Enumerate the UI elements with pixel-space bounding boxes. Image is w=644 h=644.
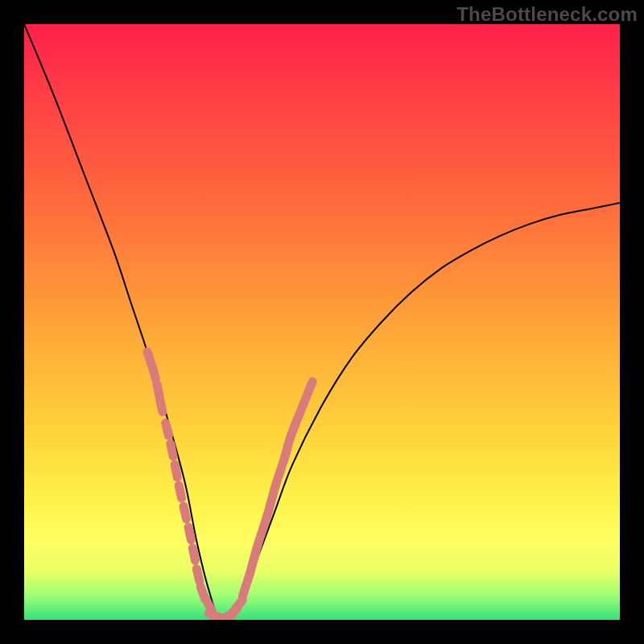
curve-marker [242,584,246,596]
watermark-text: TheBottleneck.com [456,3,638,26]
curve-marker [274,480,278,492]
curve-marker [283,450,287,462]
curve-marker [184,506,187,519]
curve-marker [192,548,195,561]
chart-frame: TheBottleneck.com [0,0,644,644]
curve-marker [147,352,151,364]
curve-marker [266,510,270,522]
curve-marker [279,464,283,477]
bottleneck-curve [24,24,620,620]
marker-layer [147,352,312,620]
plot-area [24,24,620,620]
curve-marker [302,396,307,408]
curve-svg [24,24,620,620]
curve-marker [247,569,251,581]
curve-marker [179,485,181,498]
curve-marker [252,554,255,566]
curve-marker [171,444,173,456]
curve-marker [308,382,312,394]
curve-marker [256,539,260,551]
curve-marker [295,411,300,423]
curve-marker [188,527,191,540]
curve-marker [175,464,177,477]
curve-layer [24,24,620,620]
curve-marker [196,569,200,582]
curve-marker [159,399,163,412]
curve-marker [166,423,169,436]
curve-marker [152,366,155,378]
curve-marker [270,494,273,506]
curve-marker [235,600,243,610]
curve-marker [261,524,265,536]
